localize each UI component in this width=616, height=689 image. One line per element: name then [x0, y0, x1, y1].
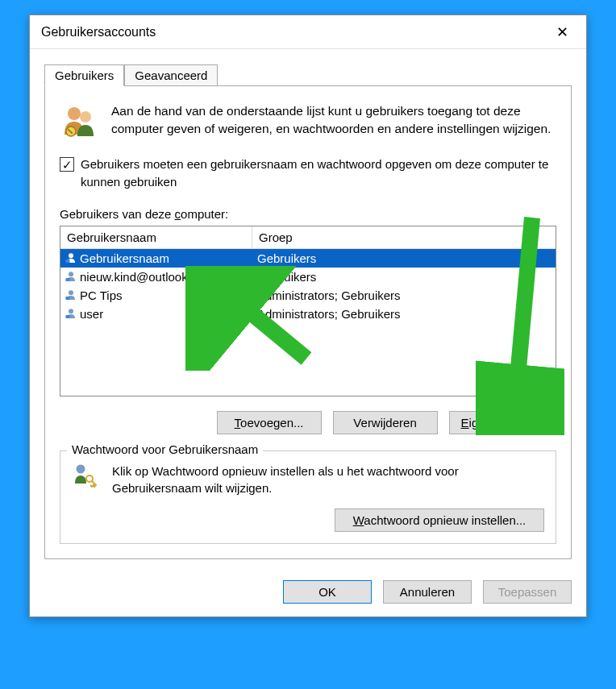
cell-username: Gebruikersnaam	[80, 251, 169, 265]
user-icon	[65, 308, 77, 319]
key-icon	[72, 463, 98, 488]
user-icon	[65, 289, 77, 301]
intro-text: Aan de hand van de onderstaande lijst ku…	[111, 102, 556, 141]
svg-rect-7	[66, 278, 70, 281]
svg-point-12	[77, 464, 85, 473]
svg-point-10	[69, 309, 73, 313]
tab-users[interactable]: Gebruikers	[44, 64, 124, 86]
close-button[interactable]: ✕	[544, 19, 580, 45]
add-button[interactable]: Toevoegen...	[217, 411, 322, 434]
checkmark-icon: ✓	[62, 159, 73, 171]
user-icon	[65, 252, 77, 264]
require-password-checkbox[interactable]: ✓	[60, 157, 74, 172]
remove-button[interactable]: Verwijderen	[333, 411, 438, 434]
cancel-button[interactable]: Annuleren	[383, 580, 472, 604]
reset-password-button[interactable]: Wachtwoord opnieuw instellen...	[335, 508, 544, 532]
titlebar: Gebruikersaccounts ✕	[30, 15, 586, 49]
dialog-title: Gebruikersaccounts	[41, 25, 544, 39]
require-password-label: Gebruikers moeten een gebruikersnaam en …	[81, 156, 556, 191]
require-password-row: ✓ Gebruikers moeten een gebruikersnaam e…	[60, 156, 556, 191]
users-icon	[60, 102, 98, 141]
svg-line-15	[218, 285, 306, 359]
annotation-arrow-2	[476, 210, 564, 435]
password-legend: Wachtwoord voor Gebruikersnaam	[67, 442, 263, 456]
apply-button[interactable]: Toepassen	[483, 580, 572, 604]
password-fieldset: Wachtwoord voor Gebruikersnaam Klik op W…	[60, 450, 556, 545]
svg-rect-11	[66, 315, 70, 318]
intro-row: Aan de hand van de onderstaande lijst ku…	[60, 102, 556, 141]
cell-group: Gebruikers	[257, 251, 316, 265]
svg-point-13	[86, 475, 93, 482]
svg-line-17	[514, 218, 532, 413]
ok-button[interactable]: OK	[283, 580, 372, 604]
dialog-button-row: OK Annuleren Toepassen	[30, 571, 586, 616]
svg-point-1	[80, 111, 91, 122]
cell-username: user	[80, 307, 103, 321]
annotation-arrow-1	[185, 266, 331, 371]
tab-strip: Gebruikers Geavanceerd	[44, 64, 572, 86]
user-icon	[65, 271, 77, 282]
password-text: Klik op Wachtwoord opnieuw instellen als…	[112, 463, 544, 498]
tab-advanced[interactable]: Geavanceerd	[124, 64, 218, 86]
cell-username: PC Tips	[80, 288, 123, 302]
column-username[interactable]: Gebruikersnaam	[60, 226, 252, 249]
svg-rect-5	[66, 259, 70, 263]
close-icon: ✕	[556, 23, 568, 41]
svg-point-4	[69, 253, 73, 258]
svg-point-8	[69, 290, 73, 295]
svg-point-0	[68, 107, 81, 120]
svg-point-6	[69, 272, 73, 276]
svg-rect-9	[66, 297, 70, 300]
